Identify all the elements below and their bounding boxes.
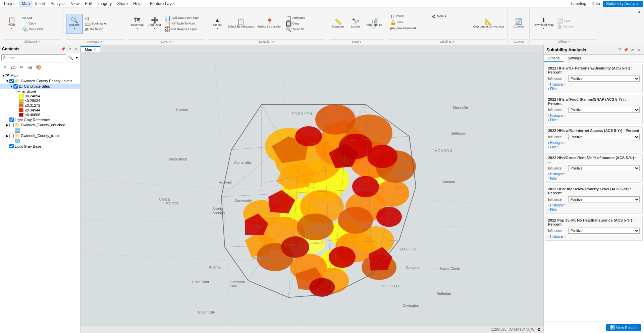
- copy-path-button[interactable]: 📎 Copy Path: [21, 27, 61, 32]
- tree-expand-candidate[interactable]: ▼: [9, 85, 13, 88]
- ribbon-collapse-button[interactable]: ▲: [637, 9, 641, 14]
- criteria-select-3[interactable]: PositiveNegativeNone: [568, 165, 640, 171]
- navigate-expand-icon[interactable]: ↗: [100, 40, 103, 43]
- tree-item-candidate-sites[interactable]: ▼ 🗂 Candidate Sites: [0, 84, 80, 89]
- menu-data[interactable]: Data: [589, 1, 603, 7]
- zoom-to-button[interactable]: 🔍 Zoom To: [284, 27, 325, 32]
- go-to-xy-button[interactable]: ⊕ Go To XY: [84, 27, 124, 32]
- more-button[interactable]: ⚙ More ▾: [430, 14, 471, 19]
- download-map-button[interactable]: ⬇ Download Map ▾: [532, 14, 555, 34]
- tree-item-light-gray-base[interactable]: ▶ Light Gray Base: [0, 144, 80, 149]
- contents-group-button[interactable]: ⊞: [26, 63, 34, 71]
- layer-expand-icon[interactable]: ↗: [169, 40, 172, 43]
- clipboard-expand-icon[interactable]: ↗: [38, 40, 40, 43]
- select-button[interactable]: ▲ Select ▾: [209, 14, 226, 34]
- sa-help-button[interactable]: ?: [617, 47, 622, 52]
- select-by-location-button[interactable]: 📍 Select By Location: [256, 14, 284, 34]
- search-input[interactable]: [1, 54, 66, 61]
- criteria-expand-histogram-0[interactable]: ›Histogram: [548, 83, 640, 86]
- sa-pin-button[interactable]: 📌: [623, 47, 629, 52]
- convert-button[interactable]: 🔄 Convert: [511, 14, 527, 34]
- contents-close-button[interactable]: ✕: [73, 46, 78, 52]
- menu-share[interactable]: Share: [114, 1, 130, 7]
- coordinate-conversion-button[interactable]: 📐 Coordinate Conversion: [472, 14, 505, 34]
- criteria-expand-filter-0[interactable]: ›Filter: [548, 87, 640, 91]
- criteria-expand-filter-3[interactable]: ›Filter: [548, 177, 640, 180]
- explore-button[interactable]: 🔍 Explore ▾: [66, 14, 83, 34]
- criteria-expand-filter-4[interactable]: ›Filter: [548, 208, 640, 211]
- contents-float-button[interactable]: ⇗: [67, 46, 72, 52]
- sa-tab-criteria[interactable]: Criteria: [544, 55, 564, 62]
- menu-labeling[interactable]: Labeling: [569, 1, 589, 7]
- map-tab-main[interactable]: Map ✕: [80, 46, 100, 52]
- select-by-attributes-button[interactable]: 📋 Select By Attributes: [226, 14, 255, 34]
- menu-suitability-analysis[interactable]: Suitability Analysis: [603, 1, 643, 7]
- selection-expand-icon[interactable]: ↗: [272, 40, 275, 43]
- sa-close-button[interactable]: ✕: [636, 47, 641, 52]
- menu-edit[interactable]: Edit: [82, 1, 95, 7]
- search-dropdown-button[interactable]: ▾: [75, 55, 79, 60]
- paste-button[interactable]: 📋 Paste ▾: [3, 14, 20, 34]
- clear-button[interactable]: 🔲 Clear: [284, 21, 325, 27]
- contents-list-view-button[interactable]: ≡: [1, 63, 9, 71]
- tree-item-gwinnett-priority[interactable]: ▼ 📁 Gwinnett County Priority Levels: [0, 78, 80, 84]
- add-graphics-button[interactable]: 🖼 Add Graphics Layer: [164, 27, 204, 32]
- contents-layer-button[interactable]: 🗃: [10, 63, 17, 71]
- tree-item-map[interactable]: ▼ 🗺 Map: [0, 73, 80, 78]
- remove-button[interactable]: 🗑 Remove: [556, 24, 596, 29]
- sa-float-button[interactable]: ⇗: [630, 47, 635, 52]
- menu-imagery[interactable]: Imagery: [95, 1, 114, 7]
- contents-pin-button[interactable]: 📌: [61, 46, 66, 52]
- criteria-select-1[interactable]: PositiveNegativeNone: [568, 107, 640, 113]
- sa-tab-settings[interactable]: Settings: [564, 55, 585, 62]
- tree-check-candidate[interactable]: [13, 84, 18, 89]
- prev-extent-button[interactable]: ◁: [84, 15, 124, 21]
- search-button[interactable]: 🔍: [67, 55, 74, 60]
- criteria-expand-filter-1[interactable]: ›Filter: [548, 118, 640, 122]
- contents-color-button[interactable]: 🎨: [35, 63, 42, 71]
- map-canvas[interactable]: Canton Maysville FORSYTH Jefferson JACKS…: [80, 52, 543, 326]
- tree-check-enriched[interactable]: [9, 123, 14, 127]
- tree-check-light-gray-base[interactable]: [9, 144, 14, 148]
- criteria-expand-histogram-5[interactable]: ›Histogram: [548, 235, 640, 238]
- attributes-button[interactable]: 📋 Attributes: [284, 15, 325, 21]
- map-settings-button[interactable]: ⚙: [537, 327, 541, 332]
- tree-expand-gwinnett[interactable]: ▼: [5, 79, 9, 83]
- criteria-select-2[interactable]: PositiveNegativeNone: [568, 134, 640, 140]
- locate-button[interactable]: 🔭 Locate: [347, 14, 364, 34]
- criteria-expand-filter-2[interactable]: ›Filter: [548, 145, 640, 149]
- view-results-button[interactable]: 📊 View Results: [606, 324, 641, 331]
- criteria-select-5[interactable]: PositiveNegativeNone: [568, 228, 640, 234]
- basemap-button[interactable]: 🗺 Basemap ▾: [129, 14, 146, 34]
- view-unplaced-button[interactable]: 🗃 View Unplaced: [389, 26, 429, 31]
- menu-map[interactable]: Map: [19, 1, 32, 7]
- bookmarks-button[interactable]: 📖 Bookmarks: [84, 21, 124, 27]
- tree-item-light-gray-ref[interactable]: ▶ Light Gray Reference: [0, 117, 80, 122]
- criteria-expand-histogram-3[interactable]: ›Histogram: [548, 172, 640, 176]
- menu-feature-layer[interactable]: Feature Layer: [147, 1, 569, 7]
- infographics-button[interactable]: 📊 Infographics ▾: [365, 14, 384, 34]
- offline-expand-icon[interactable]: ↗: [568, 40, 570, 43]
- sync-button[interactable]: 🔄 Sync: [556, 18, 596, 23]
- measure-button[interactable]: 📏 Measure: [330, 14, 346, 34]
- tree-item-gwinnett-enriched[interactable]: ▶ 📁 Gwinnett_County_enriched: [0, 122, 80, 128]
- menu-analysis[interactable]: Analysis: [48, 1, 68, 7]
- tree-expand-tracts[interactable]: ▶: [5, 134, 9, 138]
- contents-edit-button[interactable]: ✏: [18, 63, 25, 71]
- tree-expand-map[interactable]: ▼: [1, 74, 5, 78]
- criteria-select-0[interactable]: PositiveNegativeNone: [568, 76, 640, 82]
- add-data-button[interactable]: ➕ Add Data ▾: [146, 14, 163, 34]
- map-tab-close[interactable]: ✕: [93, 48, 96, 51]
- criteria-expand-histogram-1[interactable]: ›Histogram: [548, 114, 640, 117]
- lock-button[interactable]: 🔒 Lock: [389, 20, 429, 25]
- menu-help[interactable]: Help: [130, 1, 144, 7]
- tree-check-tracts[interactable]: [9, 134, 14, 138]
- tree-expand-enriched[interactable]: ▶: [5, 123, 9, 127]
- add-data-from-path-button[interactable]: 📊 Add Data From Path: [164, 15, 204, 21]
- menu-view[interactable]: View: [68, 1, 82, 7]
- menu-insert[interactable]: Insert: [33, 1, 48, 7]
- tree-check-gwinnett[interactable]: [9, 79, 14, 83]
- cut-button[interactable]: ✂ Cut: [21, 15, 61, 21]
- criteria-expand-histogram-2[interactable]: ›Histogram: [548, 141, 640, 145]
- criteria-expand-histogram-4[interactable]: ›Histogram: [548, 203, 640, 207]
